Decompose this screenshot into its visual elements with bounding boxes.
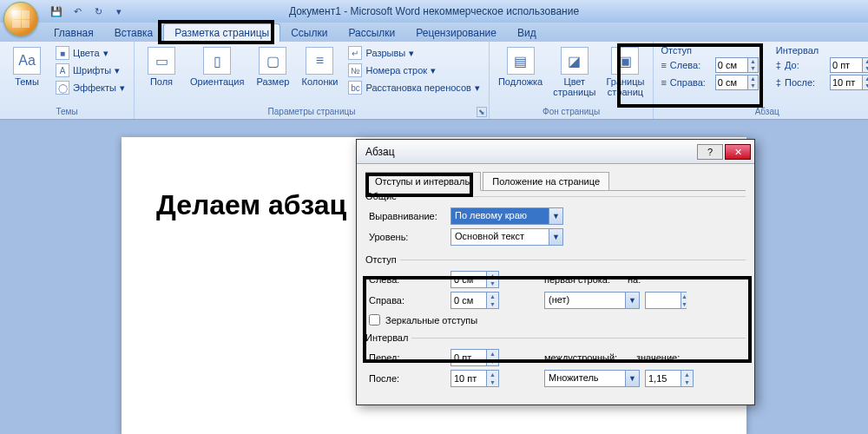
tab-view[interactable]: Вид: [507, 24, 547, 42]
by-spinner[interactable]: ▲▼: [645, 292, 687, 309]
tab-home[interactable]: Главная: [43, 24, 104, 42]
dialog-tabs: Отступы и интервалы Положение на страниц…: [365, 171, 746, 191]
undo-icon[interactable]: ↶: [68, 3, 87, 20]
group-paragraph-title: Абзац: [661, 106, 868, 117]
indent-right-label: Справа:: [670, 77, 712, 88]
indent-right-spinner[interactable]: ▲▼: [715, 75, 759, 90]
spacing-header: Интервал: [776, 45, 868, 56]
themes-button[interactable]: Aa Темы: [5, 45, 49, 89]
fieldset-general: Общие Выравнивание: По левому краю▼ Уров…: [365, 196, 746, 253]
group-page-bg-title: Фон страницы: [495, 106, 648, 117]
spacing-before-label: До:: [785, 60, 826, 70]
window-title: Документ1 - Microsoft Word некоммерческо…: [289, 5, 579, 17]
fieldset-indentation: Отступ Слева: ▲▼ первая строка: на: Спра…: [365, 260, 746, 331]
tab-mailings[interactable]: Рассылки: [338, 24, 405, 42]
tab-review[interactable]: Рецензирование: [405, 24, 507, 42]
indent-header: Отступ: [661, 45, 758, 56]
before-icon: ‡: [776, 60, 781, 70]
margins-button[interactable]: ▭Поля: [140, 45, 183, 89]
line-numbers-button[interactable]: №Номера строк ▾: [345, 62, 483, 78]
value-spinner[interactable]: ▲▼: [645, 370, 694, 387]
group-page-setup-title: Параметры страницы: [140, 106, 483, 117]
dlg-right-spinner[interactable]: ▲▼: [450, 292, 499, 309]
dialog-title: Абзац: [365, 146, 395, 158]
spacing-after-spinner[interactable]: ▲▼: [830, 75, 868, 90]
linespacing-label: междустрочный:: [544, 352, 631, 363]
hyphen-icon: bc: [348, 81, 362, 95]
size-button[interactable]: ▢Размер: [251, 45, 294, 89]
breaks-icon: ↵: [348, 46, 362, 60]
borders-icon: ▣: [611, 47, 639, 75]
watermark-button[interactable]: ▤Подложка: [495, 45, 546, 89]
dlg-after-spinner[interactable]: ▲▼: [450, 370, 499, 387]
tab-line-page-breaks[interactable]: Положение на странице: [483, 172, 609, 191]
page-borders-button[interactable]: ▣Границы страниц: [602, 45, 648, 99]
spacing-after-label: После:: [785, 77, 826, 88]
redo-icon[interactable]: ↻: [89, 3, 108, 20]
outline-level-combo[interactable]: Основной текст▼: [450, 228, 563, 246]
office-button[interactable]: [3, 2, 38, 36]
save-icon[interactable]: 💾: [47, 3, 66, 20]
theme-fonts-button[interactable]: AШрифты ▾: [52, 62, 128, 78]
value-label: значение:: [636, 352, 688, 363]
chevron-down-icon[interactable]: ▼: [625, 371, 639, 386]
after-icon: ‡: [776, 77, 781, 88]
linenum-icon: №: [348, 63, 362, 77]
dlg-right-label: Справа:: [369, 295, 445, 306]
paragraph-dialog: Абзац ? ✕ Отступы и интервалы Положение …: [356, 139, 755, 405]
close-button[interactable]: ✕: [725, 144, 751, 160]
chevron-down-icon[interactable]: ▼: [549, 208, 562, 224]
indent-left-spinner[interactable]: ▲▼: [715, 57, 759, 73]
group-page-setup: ▭Поля ▯Ориентация ▢Размер ≡Колонки ↵Разр…: [135, 42, 490, 119]
dialog-titlebar: Абзац ? ✕: [357, 140, 754, 164]
dlg-left-label: Слева:: [369, 274, 445, 285]
breaks-button[interactable]: ↵Разрывы ▾: [345, 45, 483, 61]
indent-left-icon: ≡: [661, 60, 666, 70]
indent-right-icon: ≡: [661, 77, 666, 88]
size-icon: ▢: [259, 47, 286, 75]
themes-icon: Aa: [13, 47, 41, 75]
page-setup-dialog-launcher[interactable]: ⬊: [477, 107, 487, 117]
dlg-after-label: После:: [369, 373, 445, 384]
theme-colors-button[interactable]: ■Цвета ▾: [52, 45, 128, 61]
fonts-icon: A: [56, 63, 69, 77]
qat-dropdown-icon[interactable]: ▾: [109, 3, 128, 20]
orientation-button[interactable]: ▯Ориентация: [187, 45, 247, 89]
alignment-label: Выравнивание:: [369, 211, 445, 221]
by-label: на:: [628, 274, 654, 285]
firstline-label: первая строка:: [544, 274, 622, 285]
quick-access-toolbar: 💾 ↶ ↻ ▾: [47, 3, 128, 20]
ribbon: Aa Темы ■Цвета ▾ AШрифты ▾ ◯Эффекты ▾ Те…: [0, 42, 868, 120]
titlebar: 💾 ↶ ↻ ▾ Документ1 - Microsoft Word неком…: [0, 0, 868, 23]
tab-insert[interactable]: Вставка: [104, 24, 164, 42]
pagecolor-icon: ◪: [561, 47, 589, 75]
group-paragraph: Отступ ≡ Слева: ▲▼ ≡ Справа: ▲▼ Интервал…: [654, 42, 868, 119]
page-color-button[interactable]: ◪Цвет страницы: [549, 45, 599, 99]
columns-icon: ≡: [306, 47, 333, 75]
help-button[interactable]: ?: [697, 144, 723, 160]
chevron-down-icon[interactable]: ▼: [549, 229, 562, 245]
columns-button[interactable]: ≡Колонки: [298, 45, 341, 89]
dlg-before-spinner[interactable]: ▲▼: [450, 349, 499, 366]
ribbon-tabs: Главная Вставка Разметка страницы Ссылки…: [0, 23, 868, 42]
dlg-left-spinner[interactable]: ▲▼: [450, 271, 499, 288]
fieldset-spacing: Интервал Перед: ▲▼ междустрочный: значен…: [365, 338, 746, 394]
tab-references[interactable]: Ссылки: [280, 24, 338, 42]
group-themes-title: Темы: [5, 106, 128, 117]
hyphenation-button[interactable]: bcРасстановка переносов ▾: [345, 80, 483, 95]
spacing-before-spinner[interactable]: ▲▼: [830, 57, 868, 73]
effects-icon: ◯: [56, 81, 69, 95]
tab-indents-spacing[interactable]: Отступы и интервалы: [365, 172, 481, 191]
alignment-combo[interactable]: По левому краю▼: [450, 207, 563, 225]
tab-page-layout[interactable]: Разметка страницы: [163, 23, 280, 42]
colors-icon: ■: [56, 46, 69, 60]
group-themes: Aa Темы ■Цвета ▾ AШрифты ▾ ◯Эффекты ▾ Те…: [0, 42, 135, 119]
chevron-down-icon[interactable]: ▼: [625, 293, 639, 308]
theme-effects-button[interactable]: ◯Эффекты ▾: [52, 80, 128, 95]
indent-left-label: Слева:: [670, 60, 712, 70]
firstline-combo[interactable]: (нет)▼: [544, 292, 640, 309]
outline-level-label: Уровень:: [369, 232, 445, 242]
watermark-icon: ▤: [507, 47, 535, 75]
mirror-indents-checkbox[interactable]: Зеркальные отступы: [369, 314, 742, 326]
linespacing-combo[interactable]: Множитель▼: [544, 370, 640, 387]
